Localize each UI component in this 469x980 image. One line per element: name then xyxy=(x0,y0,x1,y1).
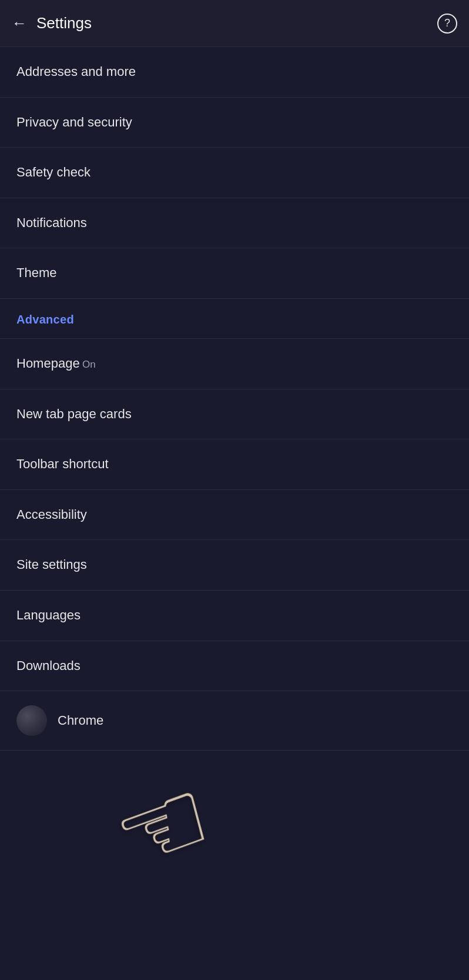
cursor-hand-overlay: ☞ xyxy=(82,780,212,933)
advanced-settings-list: Homepage On New tab page cards Toolbar s… xyxy=(0,339,469,691)
settings-item-languages[interactable]: Languages xyxy=(0,591,469,641)
theme-label: Theme xyxy=(16,265,56,280)
settings-item-accessibility[interactable]: Accessibility xyxy=(0,490,469,541)
settings-item-homepage[interactable]: Homepage On xyxy=(0,339,469,389)
settings-item-about[interactable]: Chrome xyxy=(0,691,469,751)
back-button[interactable]: ← xyxy=(12,14,27,32)
safety-label: Safety check xyxy=(16,165,91,179)
advanced-title: Advanced xyxy=(16,313,74,326)
help-button[interactable]: ? xyxy=(437,14,457,34)
homepage-label: Homepage xyxy=(16,356,80,371)
settings-item-notifications[interactable]: Notifications xyxy=(0,198,469,249)
settings-item-site-settings[interactable]: Site settings xyxy=(0,540,469,591)
settings-item-toolbar[interactable]: Toolbar shortcut xyxy=(0,439,469,490)
chrome-label: Chrome xyxy=(58,713,103,728)
pointing-hand-icon: ☞ xyxy=(68,761,226,905)
settings-item-safety[interactable]: Safety check xyxy=(0,148,469,198)
addresses-label: Addresses and more xyxy=(16,64,136,79)
advanced-section-header: Advanced xyxy=(0,299,469,338)
settings-item-newtab[interactable]: New tab page cards xyxy=(0,389,469,440)
settings-item-downloads[interactable]: Downloads xyxy=(0,641,469,692)
page-title: Settings xyxy=(36,14,92,32)
settings-list: Addresses and more Privacy and security … xyxy=(0,47,469,299)
languages-label: Languages xyxy=(16,608,81,622)
settings-item-privacy[interactable]: Privacy and security xyxy=(0,98,469,148)
newtab-label: New tab page cards xyxy=(16,406,132,421)
privacy-label: Privacy and security xyxy=(16,115,132,129)
notifications-label: Notifications xyxy=(16,215,87,230)
site-settings-label: Site settings xyxy=(16,557,87,572)
settings-item-addresses[interactable]: Addresses and more xyxy=(0,47,469,98)
homepage-subtitle: On xyxy=(82,359,96,370)
settings-item-theme[interactable]: Theme xyxy=(0,248,469,299)
settings-header: ← Settings ? xyxy=(0,0,469,47)
toolbar-label: Toolbar shortcut xyxy=(16,456,109,471)
accessibility-label: Accessibility xyxy=(16,507,87,522)
downloads-label: Downloads xyxy=(16,658,81,673)
chrome-avatar xyxy=(16,705,47,736)
